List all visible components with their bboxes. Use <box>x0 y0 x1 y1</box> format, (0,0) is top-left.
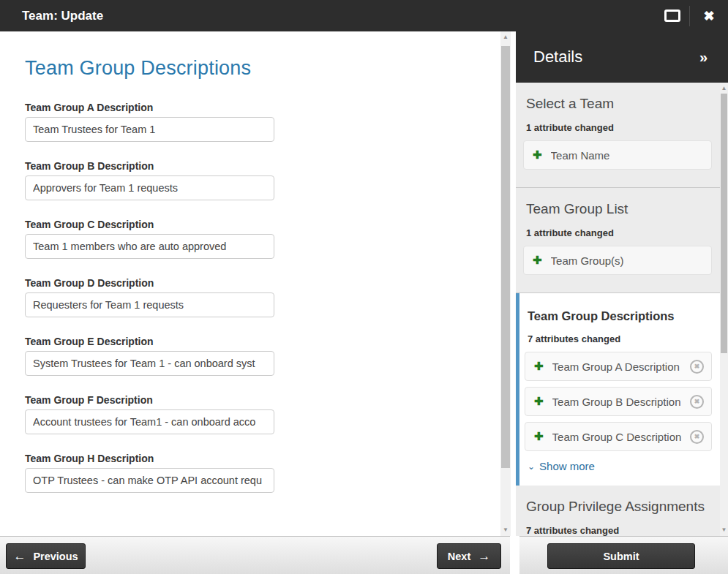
field-input-team-group-e-description[interactable] <box>25 351 274 376</box>
wizard-footer: ← Previous Next → <box>0 536 510 574</box>
sidebar-scrollbar[interactable]: ▲ ▼ <box>720 83 728 536</box>
field-group-h: Team Group H Description <box>25 453 487 493</box>
details-sidebar: Details » Select a Team 1 attribute chan… <box>516 31 728 536</box>
changed-attribute-card[interactable]: ✚ Team Group(s) <box>523 246 712 275</box>
scroll-down-icon[interactable]: ▼ <box>720 526 728 535</box>
field-label-a: Team Group A Description <box>25 102 487 113</box>
field-input-team-group-f-description[interactable] <box>25 409 274 434</box>
field-group-d: Team Group D Description <box>25 277 487 317</box>
show-more-link[interactable]: ⌄ Show more <box>528 460 712 472</box>
arrow-left-icon: ← <box>13 549 26 564</box>
plus-icon: ✚ <box>534 430 544 443</box>
submit-footer: Submit <box>519 536 728 574</box>
section-team-group-descriptions-active: Team Group Descriptions 7 attributes cha… <box>516 293 728 486</box>
section-select-a-team: Select a Team 1 attribute changed ✚ Team… <box>516 83 728 188</box>
sidebar-scrollbar-thumb[interactable] <box>721 94 727 353</box>
restore-window-icon <box>664 10 680 22</box>
changed-attribute-card[interactable]: ✚ Team Group C Description ✖ <box>525 422 712 451</box>
field-group-c: Team Group C Description <box>25 219 487 259</box>
field-input-team-group-c-description[interactable] <box>25 234 274 259</box>
plus-icon: ✚ <box>533 254 542 267</box>
section-title: Select a Team <box>526 96 712 112</box>
section-status: 1 attribute changed <box>526 122 712 133</box>
section-title: Group Privilege Assignments <box>526 499 712 515</box>
plus-icon: ✚ <box>534 395 544 408</box>
revert-change-icon[interactable]: ✖ <box>690 395 704 409</box>
chevron-down-icon: ⌄ <box>528 464 535 469</box>
arrow-right-icon: → <box>478 549 490 564</box>
field-label-d: Team Group D Description <box>25 277 487 289</box>
section-team-group-list: Team Group List 1 attribute changed ✚ Te… <box>516 188 728 293</box>
title-bar: Team: Update ✖ <box>0 0 728 31</box>
plus-icon: ✚ <box>533 148 542 162</box>
changed-attribute-card[interactable]: ✚ Team Group A Description ✖ <box>525 352 712 381</box>
page-title: Team Group Descriptions <box>25 57 487 80</box>
titlebar-actions: ✖ <box>656 0 728 31</box>
field-input-team-group-h-description[interactable] <box>25 468 274 493</box>
field-group-e: Team Group E Description <box>25 336 487 376</box>
submit-button[interactable]: Submit <box>547 543 695 569</box>
details-title: Details <box>533 48 582 67</box>
section-title: Team Group Descriptions <box>528 309 712 323</box>
section-status: 7 attributes changed <box>526 525 712 536</box>
changed-attribute-card[interactable]: ✚ Team Group B Description ✖ <box>525 387 712 416</box>
field-label-c: Team Group C Description <box>25 219 487 230</box>
details-body: Select a Team 1 attribute changed ✚ Team… <box>516 83 728 536</box>
collapse-sidebar-icon[interactable]: » <box>699 49 708 66</box>
previous-button[interactable]: ← Previous <box>6 543 86 569</box>
revert-change-icon[interactable]: ✖ <box>690 430 704 444</box>
field-label-h: Team Group H Description <box>25 453 487 464</box>
details-header: Details » <box>516 31 728 83</box>
scroll-up-icon[interactable]: ▲ <box>500 33 511 42</box>
field-label-f: Team Group F Description <box>25 394 487 406</box>
window-title: Team: Update <box>22 9 103 23</box>
field-input-team-group-a-description[interactable] <box>25 117 274 142</box>
next-button[interactable]: Next → <box>437 543 501 569</box>
section-title: Team Group List <box>526 201 712 217</box>
changed-attribute-card[interactable]: ✚ Team Name <box>523 140 712 170</box>
restore-window-button[interactable] <box>656 0 689 31</box>
revert-change-icon[interactable]: ✖ <box>690 360 704 374</box>
field-group-b: Team Group B Description <box>25 160 487 200</box>
field-label-e: Team Group E Description <box>25 336 487 347</box>
close-icon: ✖ <box>703 8 714 24</box>
scroll-up-icon[interactable]: ▲ <box>720 84 728 93</box>
section-status: 1 attribute changed <box>526 227 712 238</box>
scroll-down-icon[interactable]: ▼ <box>500 526 511 535</box>
form-panel: Team Group Descriptions Team Group A Des… <box>0 31 516 536</box>
team-update-dialog: Team: Update ✖ Team Group Descriptions T… <box>0 0 728 574</box>
close-button[interactable]: ✖ <box>690 0 728 31</box>
field-input-team-group-d-description[interactable] <box>25 292 274 317</box>
main-scrollbar[interactable]: ▲ ▼ <box>500 31 511 536</box>
field-group-a: Team Group A Description <box>25 102 487 142</box>
main-scrollbar-thumb[interactable] <box>501 46 510 468</box>
section-status: 7 attributes changed <box>528 333 712 344</box>
section-group-privilege-assignments: Group Privilege Assignments 7 attributes… <box>516 486 728 536</box>
plus-icon: ✚ <box>534 360 544 373</box>
field-label-b: Team Group B Description <box>25 160 487 172</box>
field-group-f: Team Group F Description <box>25 394 487 434</box>
field-input-team-group-b-description[interactable] <box>25 175 274 200</box>
